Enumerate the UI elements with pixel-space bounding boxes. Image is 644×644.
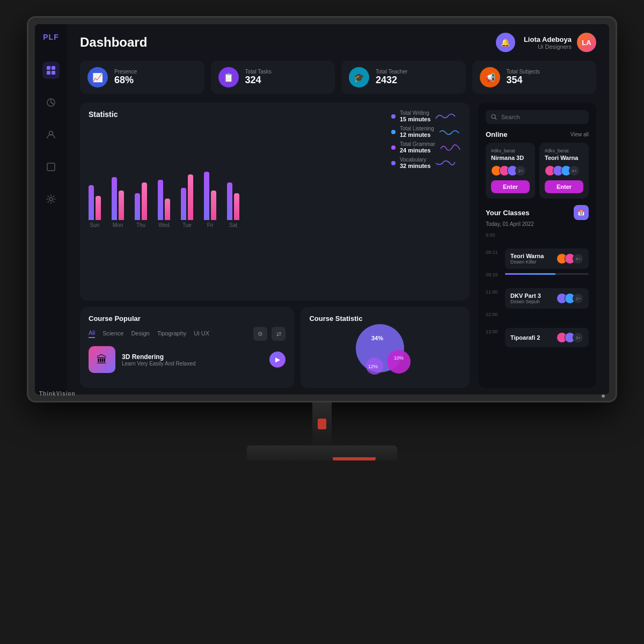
tab-design[interactable]: Design	[131, 330, 149, 338]
sidebar-item-person[interactable]	[42, 126, 60, 143]
online-card-teori: #dkv_berat Teori Warna 4+ Enter	[539, 143, 589, 199]
timeslot-900: 9:00	[486, 231, 589, 248]
classes-header: Your Classes 📅	[486, 205, 589, 220]
header-right: 🔔 Liota Adeboya Ui Designers LA	[496, 33, 596, 52]
bar-fri-1	[204, 172, 209, 220]
page-title: Dashboard	[80, 35, 147, 50]
statistic-card: Statistic Total Writing 15 minutes	[80, 103, 470, 301]
bar-sun: Sun	[89, 185, 101, 228]
enter-teori-btn[interactable]: Enter	[545, 180, 583, 193]
tab-all[interactable]: All	[89, 330, 95, 338]
grammar-value: 24 minutes	[400, 147, 435, 153]
legend-vocabulary: Vocabulary 32 minutes	[391, 157, 461, 169]
bar-sun-1	[89, 185, 94, 220]
bar-wed: Wed	[158, 180, 170, 228]
teori-avatars: 4+	[545, 165, 583, 176]
legend-listening: Total Listening 12 minutes	[391, 126, 461, 138]
user-role: Ui Designers	[524, 43, 572, 50]
chart-title: Statistic	[89, 110, 118, 119]
subjects-label: Total Subjects	[507, 69, 540, 75]
grammar-dot	[391, 145, 396, 150]
enter-nirmana-btn[interactable]: Enter	[491, 180, 530, 193]
course-info: 3D Rendering Learn Very Easily And Relax…	[122, 353, 195, 367]
teacher-value: 2432	[376, 75, 407, 86]
course-action-btn[interactable]: ▶	[269, 352, 286, 368]
sidebar-item-chart[interactable]	[42, 94, 60, 111]
bar-mon-1	[112, 177, 117, 220]
search-input[interactable]	[501, 114, 583, 120]
tab-ui-ux[interactable]: Ui UX	[194, 330, 209, 338]
legend-grammar: Total Grammar 24 minutes	[391, 141, 461, 153]
sidebar-item-gear[interactable]	[42, 191, 60, 208]
time-900: 9:00	[486, 231, 501, 238]
listening-value: 12 minutes	[400, 131, 434, 138]
stat-card-presence: 📈 Presence 68%	[80, 61, 204, 94]
main-content: Dashboard 🔔 Liota Adeboya Ui Designers L…	[67, 24, 609, 394]
timeslot-1300: 13:00 Tipoarafi 2	[486, 328, 589, 349]
subjects-value: 354	[507, 75, 540, 86]
search-bar[interactable]	[486, 110, 589, 124]
course-item-3d: 🏛 3D Rendering Learn Very Easily And Rel…	[89, 346, 286, 373]
stand-neck	[312, 402, 332, 445]
sidebar-item-dashboard[interactable]	[42, 62, 60, 79]
bar-wed-label: Wed	[158, 222, 169, 228]
vocabulary-label: Vocabulary	[400, 157, 430, 163]
view-all-btn[interactable]: View all	[570, 131, 589, 137]
online-title: Online	[486, 130, 507, 138]
svg-text:12%: 12%	[368, 364, 378, 369]
settings-icon-btn[interactable]: ⚙	[253, 327, 267, 341]
dkv-teacher: Dosen Sepuh	[510, 299, 541, 304]
thinkvision-label: ThinkVision	[39, 391, 76, 397]
user-info: Liota Adeboya Ui Designers LA	[524, 33, 596, 52]
tab-science[interactable]: Science	[103, 330, 123, 338]
bar-tue-2	[188, 174, 193, 220]
course-subtitle: Learn Very Easily And Relaxed	[122, 361, 195, 367]
stat-card-subjects: 📢 Total Subjects 354	[472, 61, 597, 94]
bar-tue-label: Tue	[182, 222, 192, 228]
svg-rect-3	[52, 71, 55, 75]
notification-button[interactable]: 🔔	[496, 33, 515, 52]
bar-mon-2	[119, 191, 124, 220]
subjects-icon: 📢	[480, 67, 500, 87]
bar-thu-2	[142, 182, 147, 220]
legend-writing: Total Writing 15 minutes	[391, 110, 461, 122]
tasks-label: Total Tasks	[245, 69, 272, 75]
screen: PLF	[35, 24, 609, 394]
swap-icon-btn[interactable]: ⇄	[272, 327, 286, 341]
teori-class-avatars: 4+	[557, 253, 583, 264]
course-thumbnail: 🏛	[89, 346, 115, 373]
teori-name: Teori Warna	[545, 155, 583, 161]
listening-label: Total Listening	[400, 126, 434, 131]
dca-count: 2+	[573, 293, 583, 304]
svg-rect-2	[47, 71, 50, 75]
writing-dot	[391, 114, 396, 119]
sidebar-item-square[interactable]	[42, 158, 60, 175]
tasks-value: 324	[245, 75, 272, 86]
calendar-btn[interactable]: 📅	[574, 205, 589, 220]
presence-label: Presence	[114, 69, 137, 75]
power-light	[602, 394, 605, 398]
online-card-nirmana: #dkv_berat Nirmana 3D 2+ Enter	[486, 143, 535, 199]
bar-tue: Tue	[181, 174, 193, 228]
tab-typography[interactable]: Tipography	[157, 330, 187, 338]
bottom-row: Course Popular All Science Design Tipogr…	[80, 307, 470, 388]
tpa-count: 3+	[573, 332, 583, 343]
writing-value: 15 minutes	[400, 116, 430, 122]
search-icon	[491, 114, 497, 120]
bar-fri-label: Fri	[207, 222, 214, 228]
bottom-section: Statistic Total Writing 15 minutes	[67, 98, 609, 394]
stat-card-teacher: 🎓 Total Teacher 2432	[341, 61, 466, 94]
svg-point-9	[387, 350, 411, 374]
grammar-label: Total Grammar	[400, 141, 435, 147]
time-1300: 13:00	[486, 328, 501, 334]
bar-thu-label: Thu	[136, 222, 145, 228]
content-911: Teori Warna Dosen Killer 4+	[505, 248, 589, 271]
bar-sat-1	[227, 182, 232, 220]
dkv-class-name: DKV Part 3	[510, 292, 541, 299]
course-popular-title: Course Popular	[89, 314, 286, 323]
teori-class-name: Teori Warna	[510, 253, 544, 259]
timeline: 9:00 09:11 Teori Warna Dosen Killer	[486, 231, 589, 349]
time-915: 09:15	[486, 271, 501, 277]
left-panel: Statistic Total Writing 15 minutes	[80, 103, 470, 388]
teori-tag: #dkv_berat	[545, 148, 583, 153]
